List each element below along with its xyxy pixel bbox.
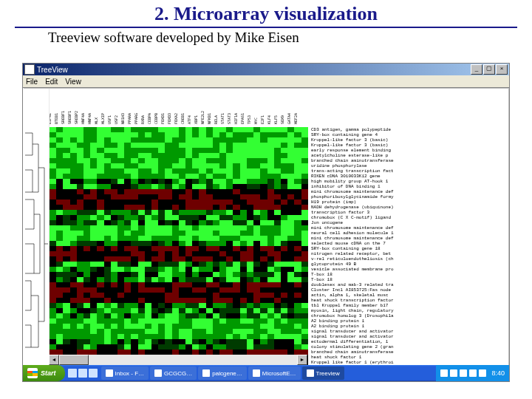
heatmap-cell[interactable]	[185, 220, 192, 225]
heatmap-cell[interactable]	[90, 282, 97, 287]
heatmap-cell[interactable]	[294, 158, 301, 163]
column-header[interactable]: RELA	[214, 118, 218, 124]
column-header[interactable]: NFE2L2	[200, 118, 205, 124]
heatmap-cell[interactable]	[226, 329, 233, 334]
gene-label[interactable]: branched chain aminotransferase	[311, 349, 507, 355]
heatmap-cell[interactable]	[158, 200, 165, 205]
heatmap-cell[interactable]	[185, 184, 192, 189]
heatmap-cell[interactable]	[63, 220, 69, 225]
heatmap-cell[interactable]	[90, 298, 97, 303]
heatmap-cell[interactable]	[117, 174, 124, 179]
heatmap-cell[interactable]	[179, 236, 185, 241]
column-header[interactable]: MLXIP	[100, 118, 105, 124]
heatmap-cell[interactable]	[117, 148, 124, 153]
heatmap-cell[interactable]	[185, 246, 192, 251]
heatmap-cell[interactable]	[301, 225, 308, 231]
heatmap-cell[interactable]	[158, 194, 165, 200]
heatmap-cell[interactable]	[63, 210, 69, 215]
heatmap-cell[interactable]	[274, 137, 281, 143]
heatmap-cell[interactable]	[281, 127, 287, 132]
heatmap-cell[interactable]	[267, 189, 274, 194]
heatmap-cell[interactable]	[213, 189, 219, 194]
heatmap-cell[interactable]	[97, 256, 103, 262]
heatmap-cell[interactable]	[83, 267, 90, 272]
heatmap-cell[interactable]	[151, 174, 158, 179]
heatmap-cell[interactable]	[281, 137, 287, 143]
heatmap-cell[interactable]	[294, 324, 301, 329]
heatmap-cell[interactable]	[97, 267, 103, 272]
heatmap-cell[interactable]	[145, 225, 151, 231]
heatmap-cell[interactable]	[301, 256, 308, 262]
heatmap-cell[interactable]	[206, 220, 213, 225]
heatmap-cell[interactable]	[165, 256, 171, 262]
heatmap-cell[interactable]	[172, 194, 179, 200]
heatmap-cell[interactable]	[70, 205, 77, 210]
heatmap-cell[interactable]	[97, 148, 103, 153]
heatmap-cell[interactable]	[145, 277, 151, 282]
heatmap-cell[interactable]	[165, 225, 171, 231]
heatmap-cell[interactable]	[63, 174, 69, 179]
heatmap-cell[interactable]	[111, 174, 117, 179]
heatmap-cell[interactable]	[226, 324, 233, 329]
gene-label[interactable]: actin, alpha 1, skeletal musc	[311, 293, 507, 298]
heatmap-cell[interactable]	[83, 334, 90, 339]
heatmap-cell[interactable]	[165, 272, 171, 277]
heatmap-cell[interactable]	[172, 163, 179, 168]
heatmap-cell[interactable]	[165, 153, 171, 158]
heatmap-cell[interactable]	[97, 127, 103, 132]
gene-label[interactable]: A2 binding protein 1	[311, 324, 507, 329]
heatmap-cell[interactable]	[77, 153, 83, 158]
heatmap-cell[interactable]	[77, 174, 83, 179]
heatmap-cell[interactable]	[111, 153, 117, 158]
heatmap-cell[interactable]	[281, 205, 287, 210]
heatmap-cell[interactable]	[56, 334, 63, 339]
heatmap-cell[interactable]	[90, 246, 97, 251]
heatmap-cell[interactable]	[185, 174, 192, 179]
heatmap-cell[interactable]	[274, 287, 281, 293]
heatmap-cell[interactable]	[260, 225, 267, 231]
heatmap-cell[interactable]	[281, 308, 287, 313]
heatmap-cell[interactable]	[247, 189, 253, 194]
heatmap-cell[interactable]	[70, 349, 77, 355]
heatmap-cell[interactable]	[281, 277, 287, 282]
heatmap-cell[interactable]	[253, 308, 260, 313]
heatmap-cell[interactable]	[97, 318, 103, 324]
heatmap-cell[interactable]	[206, 251, 213, 256]
heatmap-cell[interactable]	[179, 262, 185, 267]
heatmap-cell[interactable]	[213, 313, 219, 318]
heatmap-cell[interactable]	[124, 329, 131, 334]
heatmap-cell[interactable]	[253, 262, 260, 267]
heatmap-cell[interactable]	[97, 349, 103, 355]
heatmap-cell[interactable]	[267, 251, 274, 256]
heatmap-cell[interactable]	[172, 200, 179, 205]
heatmap-cell[interactable]	[287, 127, 294, 132]
heatmap-cell[interactable]	[117, 324, 124, 329]
heatmap-cell[interactable]	[56, 287, 63, 293]
heatmap-cell[interactable]	[226, 137, 233, 143]
heatmap-cell[interactable]	[124, 137, 131, 143]
heatmap-cell[interactable]	[267, 231, 274, 236]
heatmap-cell[interactable]	[274, 298, 281, 303]
heatmap-cell[interactable]	[83, 329, 90, 334]
heatmap-cell[interactable]	[247, 329, 253, 334]
heatmap-cell[interactable]	[56, 313, 63, 318]
heatmap-cell[interactable]	[77, 236, 83, 241]
heatmap-cell[interactable]	[233, 184, 239, 189]
heatmap-cell[interactable]	[274, 220, 281, 225]
heatmap-cell[interactable]	[70, 267, 77, 272]
heatmap-cell[interactable]	[117, 137, 124, 143]
heatmap-cell[interactable]	[179, 158, 185, 163]
heatmap-cell[interactable]	[117, 168, 124, 174]
heatmap-cell[interactable]	[260, 246, 267, 251]
heatmap-cell[interactable]	[274, 324, 281, 329]
heatmap-cell[interactable]	[219, 127, 226, 132]
heatmap-cell[interactable]	[206, 205, 213, 210]
heatmap-cell[interactable]	[247, 194, 253, 200]
heatmap-cell[interactable]	[240, 277, 247, 282]
heatmap-cell[interactable]	[138, 231, 145, 236]
heatmap-cell[interactable]	[240, 205, 247, 210]
heatmap-cell[interactable]	[233, 153, 239, 158]
heatmap-cell[interactable]	[287, 241, 294, 246]
scroll-left-button[interactable]: ◄	[49, 355, 59, 365]
heatmap-cell[interactable]	[117, 318, 124, 324]
